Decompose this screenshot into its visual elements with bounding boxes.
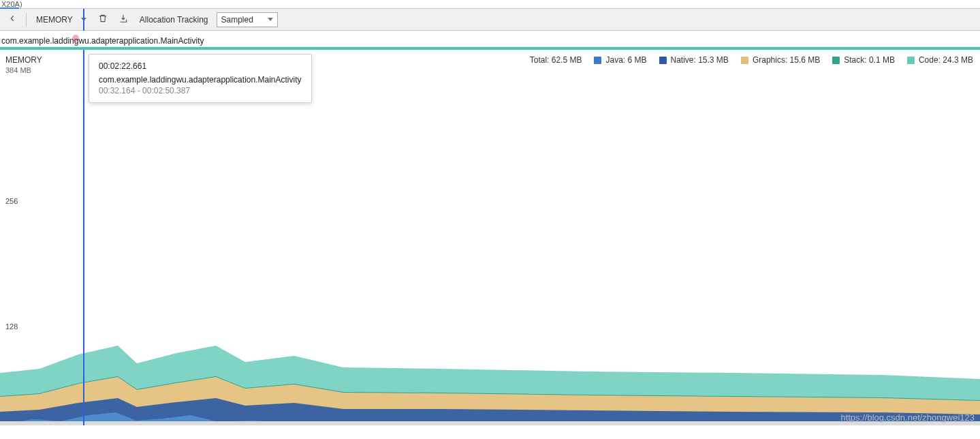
sampling-mode-select[interactable]: Sampled (217, 12, 278, 27)
tooltip-time: 00:02:22.661 (99, 61, 302, 71)
arrow-left-icon (7, 14, 17, 25)
watermark: https://blog.csdn.net/zhongwei123 (840, 412, 975, 423)
download-icon (118, 14, 128, 25)
sampling-mode-value: Sampled (221, 15, 253, 25)
time-cursor[interactable] (83, 9, 84, 31)
tooltip-time-range: 00:32.164 - 00:02:50.387 (99, 86, 302, 95)
profiler-selector[interactable]: MEMORY (32, 15, 91, 25)
stacked-area-svg (0, 50, 980, 425)
chevron-down-icon (268, 18, 273, 21)
allocation-tracking-label: Allocation Tracking (136, 15, 212, 25)
dump-heap-button[interactable] (115, 12, 131, 28)
profiler-toolbar: MEMORY Allocation Tracking Sampled (0, 9, 980, 31)
delete-button[interactable] (95, 12, 111, 28)
hover-tooltip: 00:02:22.661 com.example.laddingwu.adapt… (89, 54, 312, 103)
active-tab-indicator (0, 7, 19, 9)
time-cursor[interactable] (83, 50, 84, 425)
activity-name: com.example.laddingwu.adapterapplication… (1, 36, 204, 46)
back-button[interactable] (4, 12, 20, 28)
profiler-selector-label: MEMORY (36, 15, 73, 25)
horizontal-scrollbar[interactable] (0, 421, 980, 425)
memory-chart[interactable]: MEMORY 384 MB Total: 62.5 MB Java: 6 MB … (0, 50, 980, 425)
tooltip-activity: com.example.laddingwu.adapterapplication… (99, 75, 302, 85)
toolbar-separator (26, 13, 27, 27)
activity-timeline[interactable]: com.example.laddingwu.adapterapplication… (0, 31, 980, 50)
trash-icon (98, 14, 108, 25)
window-tab-strip: X20A) (0, 0, 980, 9)
